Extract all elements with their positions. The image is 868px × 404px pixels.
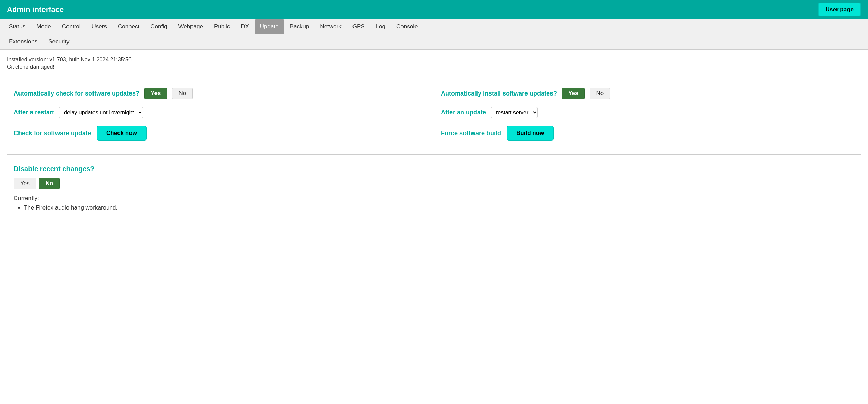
nav-item-update[interactable]: Update: [255, 19, 284, 34]
header: Admin interface User page: [0, 0, 868, 19]
nav-item-control[interactable]: Control: [57, 19, 86, 34]
app-title: Admin interface: [7, 5, 64, 14]
disable-changes-yes-button[interactable]: Yes: [14, 178, 36, 189]
divider-1: [7, 77, 861, 77]
auto-check-label: Automatically check for software updates…: [14, 90, 139, 97]
nav-item-public[interactable]: Public: [209, 19, 235, 34]
nav-row-2: Extensions Security: [3, 34, 865, 49]
auto-install-yes-button[interactable]: Yes: [562, 88, 585, 99]
currently-label: Currently:: [14, 195, 854, 202]
git-warning: Git clone damaged!: [7, 64, 861, 70]
after-update-select[interactable]: restart server do nothing: [491, 107, 538, 118]
divider-3: [7, 222, 861, 222]
nav: Status Mode Control Users Connect Config…: [0, 19, 868, 50]
auto-check-yes-button[interactable]: Yes: [144, 88, 167, 99]
nav-row-1: Status Mode Control Users Connect Config…: [3, 19, 865, 34]
nav-item-log[interactable]: Log: [370, 19, 391, 34]
auto-check-no-button[interactable]: No: [172, 88, 193, 99]
nav-item-connect[interactable]: Connect: [112, 19, 145, 34]
disable-changes-title: Disable recent changes?: [14, 165, 854, 173]
auto-install-no-button[interactable]: No: [590, 88, 610, 99]
nav-item-extensions[interactable]: Extensions: [3, 34, 43, 49]
check-update-row: Check for software update Check now: [14, 126, 427, 141]
user-page-button[interactable]: User page: [818, 3, 861, 16]
disable-recent-changes-section: Disable recent changes? Yes No Currently…: [7, 162, 861, 215]
after-update-label: After an update: [441, 109, 486, 116]
nav-item-console[interactable]: Console: [391, 19, 423, 34]
check-update-label: Check for software update: [14, 130, 91, 137]
main-content: Installed version: v1.703, built Nov 1 2…: [0, 50, 868, 236]
nav-item-backup[interactable]: Backup: [284, 19, 315, 34]
auto-install-label: Automatically install software updates?: [441, 90, 557, 97]
nav-item-mode[interactable]: Mode: [31, 19, 57, 34]
nav-item-network[interactable]: Network: [314, 19, 347, 34]
currently-list: The Firefox audio hang workaround.: [24, 204, 854, 211]
nav-item-users[interactable]: Users: [86, 19, 112, 34]
disable-btn-row: Yes No: [14, 178, 854, 189]
nav-item-webpage[interactable]: Webpage: [173, 19, 208, 34]
list-item: The Firefox audio hang workaround.: [24, 204, 854, 211]
divider-2: [7, 154, 861, 155]
disable-changes-no-button[interactable]: No: [39, 178, 60, 189]
nav-item-security[interactable]: Security: [43, 34, 75, 49]
after-update-row: After an update restart server do nothin…: [441, 107, 854, 118]
update-col-right: Automatically install software updates? …: [434, 84, 861, 148]
after-restart-label: After a restart: [14, 109, 54, 116]
nav-item-gps[interactable]: GPS: [347, 19, 370, 34]
auto-install-row: Automatically install software updates? …: [441, 88, 854, 99]
update-settings-section: Automatically check for software updates…: [7, 84, 861, 148]
force-build-row: Force software build Build now: [441, 126, 854, 141]
after-restart-row: After a restart delay updates until over…: [14, 107, 427, 118]
check-now-button[interactable]: Check now: [97, 126, 147, 141]
nav-item-config[interactable]: Config: [145, 19, 173, 34]
build-now-button[interactable]: Build now: [507, 126, 554, 141]
after-restart-select[interactable]: delay updates until overnight check imme…: [59, 107, 143, 118]
force-build-label: Force software build: [441, 130, 501, 137]
update-col-left: Automatically check for software updates…: [7, 84, 434, 148]
nav-item-dx[interactable]: DX: [235, 19, 255, 34]
version-info: Installed version: v1.703, built Nov 1 2…: [7, 56, 861, 63]
auto-check-row: Automatically check for software updates…: [14, 88, 427, 99]
nav-item-status[interactable]: Status: [3, 19, 31, 34]
